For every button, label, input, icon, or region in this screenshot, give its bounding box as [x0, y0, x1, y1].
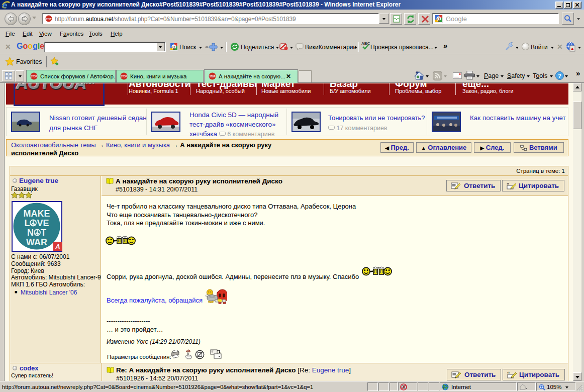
svg-text:WAR: WAR: [26, 237, 47, 247]
svg-text:g: g: [172, 44, 175, 50]
svg-text:MAKE: MAKE: [24, 209, 50, 219]
svg-text:A: A: [571, 47, 574, 51]
svg-text:STOP: STOP: [209, 75, 215, 78]
svg-text:STOP: STOP: [31, 75, 37, 78]
svg-text:?: ?: [558, 73, 561, 79]
svg-text:STOP: STOP: [121, 75, 127, 78]
svg-text:A: A: [55, 243, 60, 250]
svg-text:g: g: [437, 16, 440, 22]
svg-text:STOP: STOP: [46, 18, 52, 20]
